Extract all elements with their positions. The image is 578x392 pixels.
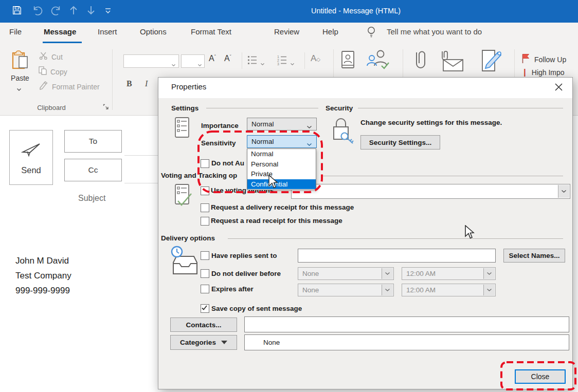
tab-format-text[interactable]: Format Text [191, 27, 231, 36]
tab-help[interactable]: Help [322, 27, 338, 36]
security-settings-button[interactable]: Security Settings... [360, 135, 440, 150]
security-description: Change security settings for this messag… [360, 119, 502, 126]
check-names-icon[interactable] [366, 49, 392, 73]
to-field-line [124, 155, 158, 156]
close-button[interactable]: Close [515, 369, 566, 384]
menu-item-normal[interactable]: Normal [247, 149, 316, 159]
voting-combo-arrow[interactable] [558, 185, 569, 198]
tab-insert[interactable]: Insert [98, 27, 117, 36]
clear-formatting-icon[interactable]: A◇ [311, 53, 320, 64]
cc-field-line [124, 183, 158, 183]
read-receipt-label: Request a read receipt for this message [211, 217, 342, 225]
expires-time-combo[interactable]: 12:00 AM [402, 284, 496, 296]
save-icon[interactable] [11, 5, 23, 18]
numbering-chevron-icon[interactable] [290, 59, 295, 68]
delivery-group-label: Delivery options [161, 234, 215, 242]
dnd-date-combo[interactable]: None [298, 267, 394, 280]
read-receipt-checkbox[interactable] [201, 217, 209, 226]
delivery-group-rule [228, 238, 563, 239]
select-names-button[interactable]: Select Names... [503, 249, 565, 263]
expires-date-combo[interactable]: None [298, 284, 394, 296]
signature-icon[interactable] [479, 49, 504, 74]
move-up-icon[interactable] [69, 5, 78, 17]
copy-button[interactable]: Copy [38, 66, 67, 78]
svg-text:1: 1 [277, 55, 279, 59]
bullets-chevron-icon[interactable] [260, 59, 265, 68]
tab-file[interactable]: File [9, 27, 22, 36]
dnd-time-combo[interactable]: 12:00 AM [402, 267, 496, 280]
voting-group-rule [322, 176, 563, 176]
importance-dropdown[interactable]: Normal [247, 118, 317, 130]
numbering-icon[interactable]: 123 [277, 54, 288, 68]
delivery-receipt-checkbox[interactable] [201, 203, 209, 212]
signature-line: John M David [15, 256, 69, 266]
cc-button[interactable]: Cc [64, 159, 122, 181]
expires-date-arrow[interactable] [382, 285, 393, 295]
attach-file-icon[interactable] [410, 49, 428, 74]
autoarchive-checkbox[interactable] [201, 159, 209, 168]
sensitivity-value: Normal [251, 138, 274, 145]
customize-qat-icon[interactable] [105, 7, 111, 16]
checkmark-icon [201, 305, 208, 311]
italic-button[interactable]: I [145, 79, 148, 88]
dialog-title: Properties [171, 82, 206, 91]
do-not-deliver-checkbox[interactable] [201, 269, 209, 278]
use-voting-checkbox[interactable] [201, 186, 209, 195]
menu-item-personal[interactable]: Personal [247, 159, 316, 170]
expires-time-arrow[interactable] [483, 285, 495, 295]
dnd-time-arrow[interactable] [483, 268, 495, 279]
dnd-time-value: 12:00 AM [406, 270, 436, 277]
voting-buttons-combo[interactable] [291, 184, 570, 199]
copy-label: Copy [50, 68, 67, 76]
to-label: To [89, 137, 97, 146]
sensitivity-dropdown[interactable]: Normal [247, 135, 317, 148]
attach-item-icon[interactable] [438, 49, 467, 74]
tab-review[interactable]: Review [274, 27, 299, 36]
properties-dialog: Properties Settings Importance Normal Se… [158, 77, 573, 389]
undo-icon[interactable] [32, 5, 43, 17]
have-replies-field[interactable] [298, 249, 496, 263]
menu-item-confidential[interactable]: Confidential [247, 179, 316, 190]
font-size-combo[interactable] [181, 54, 205, 68]
tab-message[interactable]: Message [44, 27, 76, 36]
security-group-rule [358, 108, 563, 108]
lightbulb-icon [366, 26, 376, 41]
sensitivity-menu: Normal Personal Private Confidential [247, 148, 316, 190]
expires-checkbox[interactable] [201, 285, 209, 293]
paste-clipboard-icon [11, 50, 29, 73]
importance-label: Importance [201, 122, 239, 129]
bold-button[interactable]: B [127, 79, 132, 88]
to-button[interactable]: To [64, 130, 122, 153]
contacts-field[interactable] [244, 316, 569, 332]
cut-button[interactable]: Cut [39, 51, 63, 62]
address-book-icon[interactable] [339, 50, 356, 72]
send-button[interactable]: Send [9, 130, 53, 185]
paste-button[interactable]: Paste [7, 49, 35, 99]
have-replies-checkbox[interactable] [201, 251, 209, 260]
save-copy-checkbox[interactable] [201, 304, 209, 313]
chevron-down-icon [306, 140, 312, 148]
paste-dropdown-chevron-icon[interactable] [16, 84, 22, 94]
shrink-font-icon[interactable]: Aˇ [224, 54, 231, 63]
bullets-icon[interactable] [247, 54, 258, 68]
menu-item-private[interactable]: Private [247, 169, 316, 179]
format-painter-button[interactable]: Format Painter [39, 81, 100, 92]
paste-label: Paste [7, 74, 33, 82]
tell-me-box[interactable]: Tell me what you want to do [387, 27, 482, 36]
move-down-icon[interactable] [86, 5, 96, 17]
contacts-button[interactable]: Contacts... [170, 318, 237, 332]
tab-options[interactable]: Options [140, 27, 167, 36]
font-name-combo[interactable] [123, 54, 179, 68]
dnd-date-arrow[interactable] [382, 268, 393, 279]
follow-up-button[interactable]: Follow Up [521, 53, 566, 66]
close-icon[interactable] [554, 83, 563, 94]
grow-font-icon[interactable]: Aˆ [209, 54, 216, 63]
high-importance-button[interactable]: | High Impo [523, 68, 565, 77]
categories-button[interactable]: Categories [170, 335, 237, 350]
categories-field[interactable]: None [244, 334, 569, 350]
delivery-receipt-label: Request a delivery receipt for this mess… [211, 203, 354, 211]
redo-icon[interactable] [50, 5, 62, 17]
dialog-title-bar[interactable]: Properties [158, 78, 572, 98]
dialog-launcher-icon[interactable] [103, 103, 109, 112]
svg-text:2: 2 [277, 59, 279, 62]
